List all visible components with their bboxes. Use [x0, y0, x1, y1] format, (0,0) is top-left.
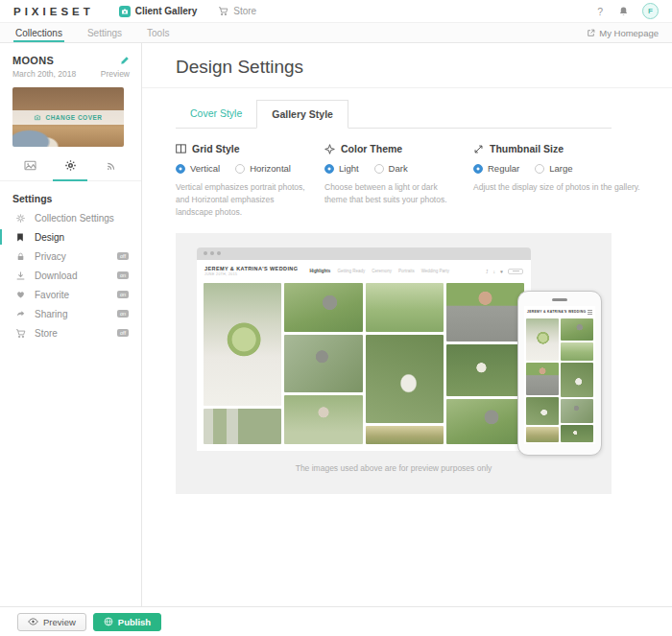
publish-button[interactable]: Publish	[93, 613, 161, 631]
radio-label: Large	[549, 163, 572, 174]
toggle-badge: off	[117, 252, 129, 261]
photo-column	[284, 283, 362, 444]
preview-disclaimer: The images used above are for preview pu…	[176, 463, 612, 473]
photo-tile	[526, 363, 559, 394]
pixieset-app: PIXIESET Client Gallery Store ? F Collec…	[0, 0, 672, 636]
camera-icon	[119, 6, 131, 17]
option-color-theme: Color Theme Light Dark Choose between a …	[324, 143, 459, 220]
collection-header: MOONS March 20th, 2018 Preview	[0, 43, 141, 79]
main-header: Design Settings	[142, 43, 672, 88]
photo-column	[561, 318, 593, 442]
option-title: Color Theme	[341, 143, 402, 154]
photo-tile	[561, 363, 593, 396]
browser-titlebar	[197, 247, 531, 260]
nav-client-gallery[interactable]: Client Gallery	[119, 6, 197, 17]
client-gallery-label: Client Gallery	[135, 6, 197, 16]
sidebar-item-label: Privacy	[35, 251, 66, 262]
collection-name: MOONS	[12, 55, 54, 66]
radio-label: Light	[339, 163, 359, 174]
phone-screen: JEREMY & KATRINA'S WEDDING	[524, 306, 595, 444]
radio-dot	[176, 164, 185, 174]
change-cover-label: CHANGE COVER	[45, 114, 102, 121]
option-thumbnail-size: Thumbnail Size Regular Large Adjust the …	[473, 143, 629, 220]
tab-settings[interactable]: Settings	[85, 23, 124, 42]
user-avatar[interactable]: F	[642, 3, 659, 19]
tab-collections[interactable]: Collections	[13, 23, 64, 42]
sidebar-item-label: Download	[35, 271, 77, 281]
photo-column	[446, 283, 524, 444]
radio-label: Horizontal	[250, 163, 291, 174]
change-cover-button[interactable]: CHANGE COVER	[12, 110, 124, 125]
photo-tile	[284, 395, 362, 444]
my-homepage-link[interactable]: My Homepage	[587, 23, 659, 42]
radio-light[interactable]: Light	[324, 163, 359, 174]
edit-pencil-icon[interactable]	[120, 56, 130, 65]
radio-regular[interactable]: Regular	[473, 163, 519, 174]
my-homepage-label: My Homepage	[599, 28, 659, 38]
window-dot	[210, 251, 214, 255]
tab-gallery-style[interactable]: Gallery Style	[256, 100, 348, 129]
site-subtitle: JUNE 20TH, 2015	[204, 272, 298, 276]
site-header-icons: ⤴ ↓ ♥	[486, 269, 523, 274]
radio-dark[interactable]: Dark	[374, 163, 408, 174]
option-description: Adjust the display size of photos in the…	[473, 181, 629, 194]
toggle-badge: on	[117, 271, 129, 280]
sidebar-item-store[interactable]: Store off	[0, 323, 141, 342]
radio-vertical[interactable]: Vertical	[176, 163, 220, 174]
toggle-badge: on	[117, 291, 129, 299]
external-link-icon	[587, 29, 595, 37]
photos-tab[interactable]	[11, 151, 49, 180]
phone-photo-grid	[524, 318, 595, 442]
site-nav-item: Getting Ready	[337, 269, 365, 273]
option-title: Grid Style	[192, 143, 240, 154]
sidebar-item-label: Sharing	[35, 309, 67, 319]
sidebar-item-sharing[interactable]: Sharing on	[0, 304, 141, 323]
radio-large[interactable]: Large	[535, 163, 572, 174]
photo-tile	[366, 283, 444, 333]
order-dropdown	[508, 269, 523, 274]
download-icon: ↓	[493, 269, 496, 274]
photo-tile	[526, 427, 559, 442]
tab-cover-style[interactable]: Cover Style	[176, 100, 256, 128]
settings-tab[interactable]	[51, 151, 89, 180]
browser-mockup: JEREMY & KATRINA'S WEDDING JUNE 20TH, 20…	[197, 247, 531, 451]
cover-photo[interactable]: CHANGE COVER	[12, 87, 124, 147]
radio-label: Dark	[389, 163, 408, 174]
site-header: JEREMY & KATRINA'S WEDDING JUNE 20TH, 20…	[197, 260, 531, 283]
cart-icon	[218, 6, 228, 16]
help-button[interactable]: ?	[597, 6, 603, 17]
globe-icon	[104, 617, 113, 626]
activity-tab[interactable]	[92, 151, 131, 180]
photo-tile	[284, 335, 362, 392]
preview-button[interactable]: Preview	[17, 613, 86, 631]
photo-column	[366, 283, 444, 444]
photo-tile	[561, 399, 593, 423]
sidebar-item-download[interactable]: Download on	[0, 266, 141, 285]
preview-button-label: Preview	[43, 617, 76, 627]
heart-icon: ♥	[500, 269, 503, 274]
site-nav-item: Portraits	[398, 269, 415, 273]
sidebar-item-collection-settings[interactable]: Collection Settings	[0, 208, 141, 227]
topbar: PIXIESET Client Gallery Store ? F	[0, 0, 672, 22]
nav-store[interactable]: Store	[218, 6, 256, 16]
page-title: Design Settings	[176, 57, 672, 78]
sidebar-item-favorite[interactable]: Favorite on	[0, 285, 141, 304]
share-icon	[14, 309, 26, 318]
notifications-bell-icon[interactable]	[618, 6, 629, 17]
collection-preview-link[interactable]: Preview	[101, 69, 130, 79]
sidebar-item-label: Collection Settings	[35, 213, 114, 224]
sidebar-icon-tabs	[0, 151, 141, 181]
sidebar-item-design[interactable]: Design	[0, 227, 141, 247]
phone-speaker	[552, 298, 567, 301]
image-icon	[24, 160, 36, 171]
sidebar-item-privacy[interactable]: Privacy off	[0, 247, 141, 266]
radio-label: Vertical	[190, 163, 220, 174]
cart-icon	[14, 328, 26, 339]
photo-tile	[446, 283, 524, 342]
site-nav-item: Ceremony	[372, 269, 392, 273]
tab-tools[interactable]: Tools	[145, 23, 171, 42]
option-grid-style: Grid Style Vertical Horizontal Vertical …	[176, 143, 310, 220]
gear-icon	[14, 213, 26, 224]
eye-icon	[28, 618, 38, 625]
radio-horizontal[interactable]: Horizontal	[235, 163, 291, 174]
